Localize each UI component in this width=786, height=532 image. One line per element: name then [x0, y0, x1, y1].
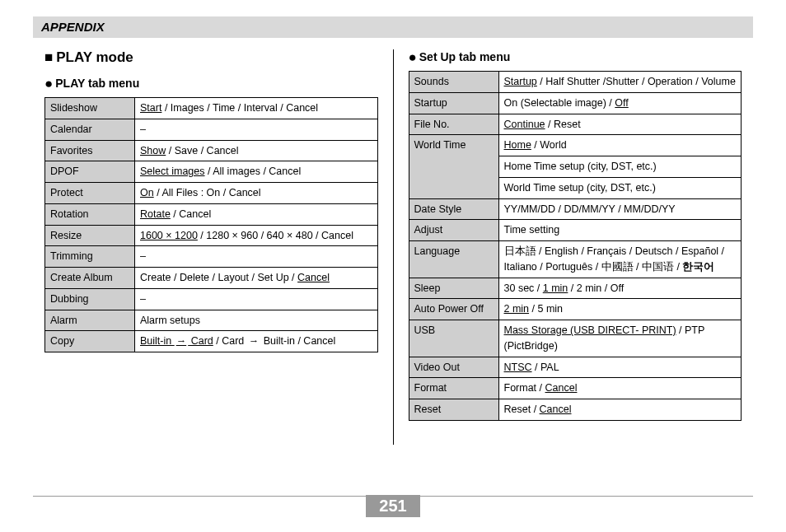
row-value: Time setting	[498, 220, 742, 241]
row-label: Create Album	[45, 268, 135, 289]
table-row: Video OutNTSC / PAL	[409, 357, 742, 378]
row-label: World Time	[409, 135, 498, 198]
row-value: Home Time setup (city, DST, etc.)	[498, 156, 742, 178]
row-label: Auto Power Off	[409, 299, 498, 320]
row-label: Sleep	[409, 278, 498, 299]
content-columns: ■PLAY mode ●PLAY tab menu SlideshowStart…	[33, 49, 753, 445]
row-label: Calendar	[45, 119, 135, 140]
table-row: ResetReset / Cancel	[409, 399, 742, 421]
row-value: NTSC / PAL	[498, 357, 742, 378]
column-divider	[393, 49, 394, 445]
row-label: Startup	[409, 92, 498, 114]
row-label: Trimming	[45, 246, 135, 268]
round-bullet-icon: ●	[409, 49, 417, 65]
row-label: Slideshow	[45, 98, 135, 119]
row-label: Copy	[45, 331, 135, 352]
row-value: Alarm setups	[135, 310, 378, 331]
row-label: Sounds	[409, 72, 498, 93]
table-row: USBMass Storage (USB DIRECT- PRINT) / PT…	[409, 320, 742, 357]
right-column: ●Set Up tab menu SoundsStartup / Half Sh…	[397, 49, 754, 445]
row-value: Home / World	[498, 135, 742, 156]
round-bullet-icon: ●	[44, 76, 53, 91]
row-value: On / All Files : On / Cancel	[135, 183, 378, 204]
table-row: Dubbing–	[45, 288, 378, 310]
row-value: Reset / Cancel	[498, 399, 742, 421]
table-row: World TimeHome / World	[409, 135, 742, 156]
play-tab-menu-title: ●PLAY tab menu	[44, 76, 378, 92]
table-row: ProtectOn / All Files : On / Cancel	[45, 183, 378, 204]
appendix-header: APPENDIX	[33, 16, 753, 38]
row-value: On (Selectable image) / Off	[498, 92, 742, 114]
table-row: SoundsStartup / Half Shutter /Shutter / …	[409, 72, 742, 93]
table-row: StartupOn (Selectable image) / Off	[409, 92, 742, 114]
row-value: Rotate / Cancel	[135, 203, 378, 225]
row-value: Create / Delete / Layout / Set Up / Canc…	[135, 268, 378, 289]
row-value: Show / Save / Cancel	[135, 140, 378, 161]
row-value: Startup / Half Shutter /Shutter / Operat…	[498, 72, 742, 93]
row-value: Built-in → Card / Card → Built-in / Canc…	[135, 331, 378, 352]
row-value: –	[135, 246, 378, 268]
table-row: Create AlbumCreate / Delete / Layout / S…	[45, 268, 378, 289]
row-value: Format / Cancel	[498, 378, 742, 399]
row-label: Video Out	[409, 357, 498, 378]
subsection-title-text: PLAY tab menu	[55, 77, 139, 90]
left-column: ■PLAY mode ●PLAY tab menu SlideshowStart…	[33, 49, 390, 445]
row-value: World Time setup (city, DST, etc.)	[498, 177, 742, 198]
row-label: DPOF	[45, 161, 135, 183]
play-tab-menu-table: SlideshowStart / Images / Time / Interva…	[44, 97, 378, 352]
row-value: YY/MM/DD / DD/MM/YY / MM/DD/YY	[498, 198, 742, 220]
page-footer: 251	[0, 496, 786, 517]
row-label: Favorites	[45, 140, 135, 161]
table-row: DPOFSelect images / All images / Cancel	[45, 161, 378, 183]
table-row: Trimming–	[45, 246, 378, 268]
table-row: RotationRotate / Cancel	[45, 203, 378, 225]
row-value: –	[135, 288, 378, 310]
table-row: File No.Continue / Reset	[409, 114, 742, 135]
table-row: Language日本語 / English / Français / Deuts…	[409, 241, 742, 278]
row-value: 30 sec / 1 min / 2 min / Off	[498, 278, 742, 299]
row-label: Language	[409, 241, 498, 278]
table-row: CopyBuilt-in → Card / Card → Built-in / …	[45, 331, 378, 352]
play-mode-title: ■PLAY mode	[44, 49, 378, 66]
table-row: FormatFormat / Cancel	[409, 378, 742, 399]
row-value: Start / Images / Time / Interval / Cance…	[135, 98, 378, 119]
row-label: Resize	[45, 225, 135, 246]
row-value: Select images / All images / Cancel	[135, 161, 378, 183]
square-bullet-icon: ■	[44, 49, 53, 66]
page-number: 251	[366, 495, 419, 517]
setup-tab-menu-table: SoundsStartup / Half Shutter /Shutter / …	[409, 71, 742, 421]
row-label: Alarm	[45, 310, 135, 331]
table-row: Calendar–	[45, 119, 378, 140]
table-row: Date StyleYY/MM/DD / DD/MM/YY / MM/DD/YY	[409, 198, 742, 220]
row-label: Adjust	[409, 220, 498, 241]
table-row: Resize1600 × 1200 / 1280 × 960 / 640 × 4…	[45, 225, 378, 246]
row-value: 1600 × 1200 / 1280 × 960 / 640 × 480 / C…	[135, 225, 378, 246]
table-row: Sleep30 sec / 1 min / 2 min / Off	[409, 278, 742, 299]
table-row: Auto Power Off2 min / 5 min	[409, 299, 742, 320]
row-value: Continue / Reset	[498, 114, 742, 135]
row-value: 日本語 / English / Français / Deutsch / Esp…	[498, 241, 742, 278]
row-label: Format	[409, 378, 498, 399]
row-label: Rotation	[45, 203, 135, 225]
row-value: 2 min / 5 min	[498, 299, 742, 320]
row-label: Protect	[45, 183, 135, 204]
row-label: USB	[409, 320, 498, 357]
table-row: SlideshowStart / Images / Time / Interva…	[45, 98, 378, 119]
row-label: Date Style	[409, 198, 498, 220]
row-label: File No.	[409, 114, 498, 135]
setup-tab-menu-title: ●Set Up tab menu	[409, 49, 742, 66]
table-row: AlarmAlarm setups	[45, 310, 378, 331]
subsection-title-text: Set Up tab menu	[419, 50, 510, 63]
row-label: Dubbing	[45, 288, 135, 310]
table-row: FavoritesShow / Save / Cancel	[45, 140, 378, 161]
row-value: Mass Storage (USB DIRECT- PRINT) / PTP (…	[498, 320, 742, 357]
section-title-text: PLAY mode	[56, 49, 133, 65]
row-label: Reset	[409, 399, 498, 421]
table-row: AdjustTime setting	[409, 220, 742, 241]
row-value: –	[135, 119, 378, 140]
